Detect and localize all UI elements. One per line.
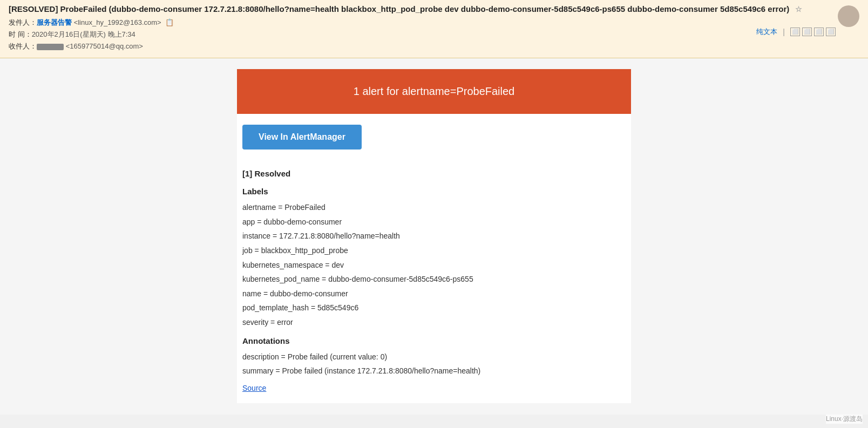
label-instance: instance = 172.7.21.8:8080/hello?name=he… [242, 229, 626, 243]
alert-banner: 1 alert for alertname=ProbeFailed [237, 69, 631, 114]
email-body: 1 alert for alertname=ProbeFailed View I… [0, 58, 868, 415]
label-pod-template-hash: pod_template_hash = 5d85c549c6 [242, 301, 626, 315]
separator: | [783, 28, 785, 36]
star-icon[interactable]: ☆ [795, 5, 802, 13]
sender-name: 服务器告警 [37, 18, 72, 26]
source-container: Source [242, 384, 626, 392]
download-icon[interactable]: ⬜ [826, 28, 836, 36]
content-body: View In AlertManager [1] Resolved Labels… [237, 114, 631, 403]
email-subject: [RESOLVED] ProbeFailed (dubbo-demo-consu… [9, 4, 859, 13]
annotation-description: description = Probe failed (current valu… [242, 350, 626, 364]
envelope-icon[interactable]: 📋 [165, 18, 174, 26]
label-kubernetes-namespace: kubernetes_namespace = dev [242, 258, 626, 273]
print-icon[interactable]: ⬜ [814, 28, 824, 36]
avatar [838, 5, 859, 27]
label-alertname: alertname = ProbeFailed [242, 200, 626, 215]
from-email: <linux_hy_1992@163.com> [74, 18, 161, 26]
redacted-name [37, 44, 64, 50]
to-label: 收件人： [9, 42, 37, 50]
plain-text-link[interactable]: 纯文本 [756, 27, 777, 37]
content-container: 1 alert for alertname=ProbeFailed View I… [237, 69, 631, 403]
subject-text: [RESOLVED] ProbeFailed (dubbo-demo-consu… [9, 4, 789, 13]
label-name: name = dubbo-demo-consumer [242, 287, 626, 301]
header-icon-area: ⬜ ⬜ ⬜ ⬜ [790, 28, 836, 36]
time-value: 2020年2月16日(星期天) 晚上7:34 [32, 30, 135, 38]
to-email: <1659775014@qq.com> [66, 42, 143, 50]
copy-icon[interactable]: ⬜ [790, 28, 800, 36]
alert-banner-text: 1 alert for alertname=ProbeFailed [354, 85, 515, 97]
window-icon[interactable]: ⬜ [802, 28, 812, 36]
label-app: app = dubbo-demo-consumer [242, 215, 626, 229]
label-job: job = blackbox_http_pod_probe [242, 243, 626, 258]
time-row: 时 间：2020年2月16日(星期天) 晚上7:34 [9, 29, 859, 40]
time-label: 时 间： [9, 30, 32, 38]
from-label: 发件人： [9, 18, 37, 26]
email-header: [RESOLVED] ProbeFailed (dubbo-demo-consu… [0, 0, 868, 58]
resolved-header: [1] Resolved [242, 169, 626, 178]
watermark: Linux·源渡岛 [826, 415, 863, 424]
view-button-container: View In AlertManager [242, 125, 626, 160]
label-severity: severity = error [242, 315, 626, 330]
label-kubernetes-pod-name: kubernetes_pod_name = dubbo-demo-consume… [242, 272, 626, 287]
annotations-header: Annotations [242, 336, 626, 345]
source-link[interactable]: Source [242, 384, 266, 392]
header-actions: 纯文本 | ⬜ ⬜ ⬜ ⬜ [756, 27, 836, 37]
labels-header: Labels [242, 187, 626, 196]
annotation-summary: summary = Probe failed (instance 172.7.2… [242, 364, 626, 378]
to-row: 收件人： <1659775014@qq.com> [9, 40, 859, 52]
email-meta: 发件人：服务器告警 <linux_hy_1992@163.com> 📋 时 间：… [9, 17, 859, 52]
view-alertmanager-button[interactable]: View In AlertManager [242, 125, 362, 150]
from-row: 发件人：服务器告警 <linux_hy_1992@163.com> 📋 [9, 17, 859, 29]
